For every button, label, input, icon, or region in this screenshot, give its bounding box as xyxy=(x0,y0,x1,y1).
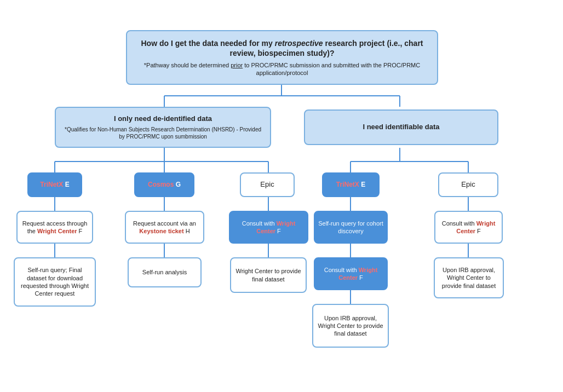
self-run-query-right-label: Self-run query for cohort discovery xyxy=(318,220,384,235)
epic-left-box: Epic xyxy=(240,172,295,197)
identifiable-label: I need identifiable data xyxy=(363,123,439,132)
consult-wright-trinetx-right-label: Consult with Wright Center F xyxy=(318,266,384,282)
consult-wright-left-box: Consult with Wright Center F xyxy=(229,211,308,244)
selfrun-download-label: Self-run query; Final dataset for downlo… xyxy=(18,266,92,297)
deidentified-sublabel: *Qualifies for Non-Human Subjects Resear… xyxy=(61,126,265,140)
epic-right-box: Epic xyxy=(438,172,498,197)
cosmos-g-label: Cosmos G xyxy=(148,181,181,189)
wright-provide-left-box: Wright Center to provide final dataset xyxy=(230,257,307,293)
trinetx-e-left-box: TriNetX E xyxy=(27,172,82,197)
title-box: How do I get the data needed for my retr… xyxy=(126,30,438,85)
epic-left-label: Epic xyxy=(260,180,274,189)
upon-irb-epic-label: Upon IRB approval, Wright Center to prov… xyxy=(438,266,500,290)
deidentified-label: I only need de-identified data xyxy=(114,114,212,124)
cosmos-g-box: Cosmos G xyxy=(134,172,194,197)
wright-provide-left-label: Wright Center to provide final dataset xyxy=(234,267,303,283)
epic-right-label: Epic xyxy=(461,180,475,189)
selfrun-analysis-label: Self-run analysis xyxy=(142,268,187,276)
upon-irb-trinetx-label: Upon IRB approval, Wright Center to prov… xyxy=(316,314,385,338)
deidentified-box: I only need de-identified data *Qualifie… xyxy=(55,107,271,148)
request-access-label: Request access through the Wright Center… xyxy=(20,220,89,235)
consult-wright-epic-right-label: Consult with Wright Center F xyxy=(438,220,499,235)
upon-irb-epic-box: Upon IRB approval, Wright Center to prov… xyxy=(434,257,504,298)
selfrun-download-box: Self-run query; Final dataset for downlo… xyxy=(14,257,96,307)
trinetx-e-right-label: TriNetX E xyxy=(336,181,365,189)
selfrun-analysis-box: Self-run analysis xyxy=(128,257,202,287)
request-access-box: Request access through the Wright Center… xyxy=(16,211,93,244)
request-account-label: Request account via an Keystone ticket H xyxy=(129,220,200,235)
self-run-query-right-box: Self-run query for cohort discovery xyxy=(314,211,388,244)
title-subtitle: *Pathway should be determined prior to P… xyxy=(134,61,430,77)
title-main: How do I get the data needed for my retr… xyxy=(134,38,430,58)
upon-irb-trinetx-box: Upon IRB approval, Wright Center to prov… xyxy=(312,304,389,348)
consult-wright-epic-right-box: Consult with Wright Center F xyxy=(434,211,503,244)
identifiable-box: I need identifiable data xyxy=(304,109,498,145)
trinetx-e-right-box: TriNetX E xyxy=(322,172,380,197)
diagram-container: How do I get the data needed for my retr… xyxy=(0,0,563,392)
title-italic: retrospective xyxy=(275,39,323,48)
request-account-box: Request account via an Keystone ticket H xyxy=(125,211,204,244)
consult-wright-left-label: Consult with Wright Center F xyxy=(233,220,305,235)
consult-wright-trinetx-right-box: Consult with Wright Center F xyxy=(314,257,388,290)
trinetx-e-left-label: TriNetX E xyxy=(40,181,69,189)
